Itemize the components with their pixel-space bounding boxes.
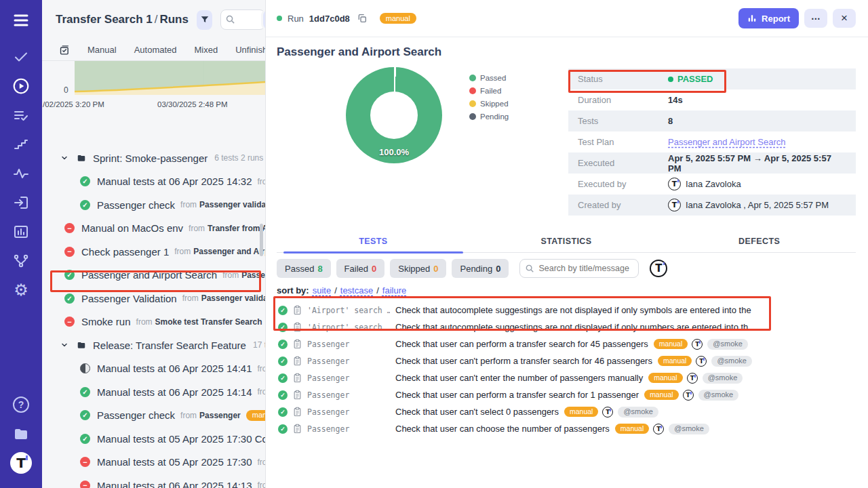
- run-source-suite: Passenger and Airport Searc: [193, 247, 265, 256]
- test-tag-smoke: @smoke: [618, 407, 658, 418]
- legend-dot: [469, 113, 476, 120]
- passed-status-icon: ✓: [278, 357, 288, 366]
- run-label: Manual tests at 06 Apr 2025 14:14: [97, 386, 252, 398]
- tree-run-row[interactable]: −Smoke runfromSmoke test Transfer Search…: [42, 310, 265, 334]
- test-manual-badge: manual: [564, 407, 598, 418]
- tests-check-icon[interactable]: [9, 45, 33, 69]
- test-assignee-avatar: T: [683, 390, 694, 401]
- branch-icon[interactable]: [9, 249, 33, 273]
- scrollbar-thumb[interactable]: [260, 224, 263, 256]
- import-icon[interactable]: [9, 190, 33, 215]
- assignee-avatar-button[interactable]: T: [650, 260, 667, 277]
- settings-gear-icon[interactable]: ⚙: [9, 278, 33, 302]
- passed-status-icon: ✓: [278, 373, 288, 383]
- docs-folder-icon[interactable]: [9, 422, 33, 446]
- close-run-button[interactable]: ×: [833, 9, 856, 28]
- run-source-suite: Smoke test Transfer Search: [155, 317, 262, 327]
- filter-button[interactable]: [197, 10, 212, 30]
- info-label: Created by: [578, 200, 668, 210]
- tree-run-row[interactable]: Manual tests at 06 Apr 2025 14:41fromTra…: [42, 357, 265, 381]
- testcase-icon: [293, 322, 302, 332]
- run-play-icon[interactable]: [9, 74, 33, 98]
- tree-run-row[interactable]: −Manual tests at 06 Apr 2025 14:13from: [42, 474, 265, 488]
- tests-search-input[interactable]: [519, 259, 639, 278]
- sort-link-suite[interactable]: suite: [313, 285, 331, 296]
- legend-item-passed: Passed: [469, 74, 509, 82]
- runs-tab-mixed[interactable]: Mixed: [195, 45, 218, 55]
- testomat-logo[interactable]: T: [9, 451, 33, 475]
- testcase-icon: [293, 356, 302, 366]
- run-source-suite: Passenger validation: [201, 293, 265, 303]
- more-actions-button[interactable]: ⋯: [804, 9, 827, 28]
- test-tag-smoke: @smoke: [698, 390, 739, 401]
- donut-percent-label: 100.0%: [346, 147, 442, 157]
- test-row[interactable]: ✓PassengerCheck that user can't select 0…: [277, 403, 856, 420]
- tree-run-row[interactable]: ✓Manual tests at 05 Apr 2025 17:30 Copyf…: [42, 427, 265, 451]
- tree-folder-row[interactable]: Release: Transfer Search Feature17 tests…: [42, 333, 265, 357]
- runs-tab-unfinished[interactable]: Unfinished: [235, 45, 266, 55]
- filter-skipped-button[interactable]: Skipped0: [390, 259, 446, 278]
- report-button[interactable]: Report: [738, 8, 799, 28]
- help-icon[interactable]: ?: [9, 392, 33, 417]
- analytics-icon[interactable]: [9, 220, 33, 244]
- run-label: Manual tests at 05 Apr 2025 17:30 Copy: [97, 433, 265, 445]
- run-from-word: from: [222, 270, 239, 280]
- run-source-suite: Passenger: [199, 411, 241, 420]
- tree-run-row[interactable]: ✓Passenger ValidationfromPassenger valid…: [42, 287, 265, 310]
- sort-link-testcase[interactable]: testcase: [340, 285, 373, 296]
- runs-tab-automated[interactable]: Automated: [134, 45, 177, 55]
- test-assignee-avatar: T: [602, 407, 613, 418]
- tree-run-row[interactable]: −Check passenger 1fromPassenger and Airp…: [42, 240, 265, 264]
- tab-defects[interactable]: DEFECTS: [663, 232, 856, 252]
- test-row[interactable]: ✓'Airport' search …Check that autocomple…: [277, 319, 856, 336]
- test-row[interactable]: ✓PassengerCheck that user can choose the…: [277, 420, 856, 437]
- runs-tree: Sprint: Smoke-passenger6 tests 2 runs✓Ma…: [42, 146, 265, 488]
- filter-passed-button[interactable]: Passed8: [277, 259, 331, 278]
- results-list-icon[interactable]: [9, 103, 33, 127]
- copy-run-id-button[interactable]: [355, 12, 369, 25]
- test-title: Check that user can't enter the number o…: [395, 373, 643, 383]
- info-value: Apr 5, 2025 5:57 PM → Apr 5, 2025 5:57 P…: [668, 153, 846, 174]
- run-from-word: from: [180, 411, 197, 420]
- runs-history-chart: 0: [42, 61, 265, 99]
- steps-icon[interactable]: [9, 132, 33, 157]
- test-title: Check that autocomplete suggestings are …: [395, 305, 751, 315]
- test-row[interactable]: ✓PassengerCheck that user can perform a …: [277, 386, 856, 403]
- tree-run-row[interactable]: ✓Passenger and Airport SearchfromPasseng…: [42, 264, 265, 287]
- tab-statistics[interactable]: STATISTICS: [470, 232, 663, 252]
- ellipsis-icon: ⋯: [811, 13, 821, 24]
- tree-run-row[interactable]: ✓Passenger checkfromPassengermanual6: [42, 404, 265, 428]
- filter-pending-button[interactable]: Pending0: [452, 259, 509, 278]
- legend-item-pending: Pending: [469, 113, 509, 121]
- runs-tab-manual[interactable]: Manual: [87, 45, 117, 55]
- chevron-down-icon[interactable]: [60, 341, 68, 349]
- tree-run-row[interactable]: ✓Manual tests at 06 Apr 2025 14:14fromPa…: [42, 380, 265, 404]
- sort-link-failure[interactable]: failure: [382, 285, 406, 296]
- activity-pulse-icon[interactable]: [9, 161, 33, 186]
- clear-search-button[interactable]: ×: [263, 10, 266, 29]
- run-from-word: from: [189, 224, 205, 233]
- chevron-down-icon[interactable]: [60, 154, 68, 162]
- chart-x-label-2: 03/30/2025 2:48 PM: [157, 100, 228, 108]
- report-chart-icon: [747, 14, 757, 23]
- test-row[interactable]: ✓PassengerCheck that user can't perform …: [277, 352, 856, 369]
- test-plan-link[interactable]: Passenger and Airport Search: [668, 137, 785, 147]
- sort-separator: /: [376, 285, 379, 296]
- tree-run-row[interactable]: ✓Manual tests at 06 Apr 2025 14:32fromPa…: [42, 170, 265, 194]
- test-row[interactable]: ✓PassengerCheck that user can perform a …: [277, 336, 856, 352]
- breadcrumb-project[interactable]: Transfer Search 1: [56, 13, 153, 26]
- menu-icon[interactable]: [9, 8, 33, 33]
- testomat-logo[interactable]: T: [10, 452, 32, 474]
- legend-label: Failed: [480, 87, 501, 95]
- tree-folder-row[interactable]: Sprint: Smoke-passenger6 tests 2 runs: [42, 146, 265, 170]
- tree-run-row[interactable]: −Manual on MacOs envfromTransfer from Ai…: [42, 217, 265, 241]
- passed-status-icon: ✓: [64, 270, 75, 280]
- test-row[interactable]: ✓'Airport' search …Check that autocomple…: [277, 302, 856, 319]
- tab-tests[interactable]: TESTS: [277, 232, 470, 252]
- tree-run-row[interactable]: −Manual tests at 05 Apr 2025 17:30fromTr…: [42, 451, 265, 474]
- run-from-word: from: [136, 317, 153, 327]
- test-row[interactable]: ✓PassengerCheck that user can't enter th…: [277, 369, 856, 386]
- filter-failed-button[interactable]: Failed0: [336, 259, 385, 278]
- tree-run-row[interactable]: ✓Passenger checkfromPassenger validation…: [42, 193, 265, 217]
- select-runs-icon[interactable]: [58, 44, 70, 56]
